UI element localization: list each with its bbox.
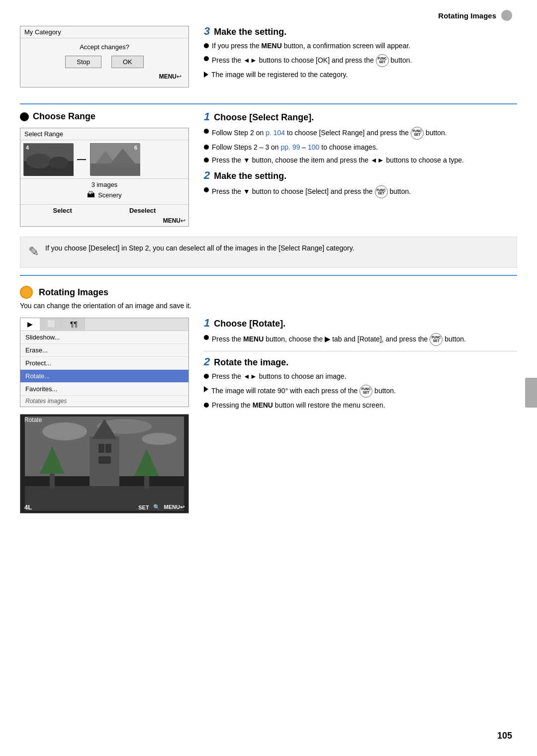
cr-step1-b3-text: Press the ▼ button, choose the item and …	[212, 156, 464, 166]
rot-step-divider	[204, 351, 517, 351]
sr-count: 3 images	[22, 181, 186, 188]
sr-image-right: 6	[90, 143, 140, 175]
step3-bullet-1: If you press the MENU button, a confirma…	[204, 41, 517, 51]
choose-range-right: 1 Choose [Select Range]. Follow Step 2 o…	[204, 111, 517, 227]
ok-button[interactable]: OK	[111, 56, 144, 68]
func-set-icon-2: FUNCSET	[411, 127, 424, 140]
sr-images-row: 4 — 6	[20, 140, 188, 178]
rotate-image-bottom-bar: 4L SET 🔍 MENU↩	[20, 504, 188, 511]
menu-item-erase[interactable]: Erase...	[20, 344, 188, 357]
menu-item-rotates-note: Rotates images	[20, 396, 188, 407]
camera-buttons-row: Stop OK	[24, 56, 184, 68]
step3-bullets: If you press the MENU button, a confirma…	[204, 41, 517, 80]
step3-bullet-3: The image will be registered to the cate…	[204, 70, 517, 80]
link-pp99[interactable]: pp. 99	[281, 143, 300, 151]
cr-step1-bullet-3: Press the ▼ button, choose the item and …	[204, 156, 517, 166]
rot-step2-heading: 2 Rotate the image.	[204, 356, 517, 368]
rotating-right: 1 Choose [Rotate]. Press the MENU button…	[204, 318, 517, 513]
rotating-content: ▶ ⬜ ¶¶ Slideshow... Erase... Protect... …	[20, 318, 517, 513]
sr-image-left: 4	[23, 143, 73, 175]
rotating-images-section: Rotating Images You can change the orien…	[20, 286, 517, 513]
rot-step2-b3-text: Pressing the MENU button will restore th…	[212, 401, 385, 411]
bullet-circle-icon	[204, 403, 209, 408]
rot-step2-number: 2	[204, 356, 210, 367]
deselect-action-btn[interactable]: Deselect	[129, 207, 156, 214]
cr-step2-bullet-1: Press the ▼ button to choose [Select] an…	[204, 185, 517, 198]
sr-thumbnail-left-svg	[24, 144, 74, 176]
rot-step1-bullet-1: Press the MENU button, choose the ▶ tab …	[204, 333, 517, 346]
svg-point-10	[42, 422, 87, 440]
menu-item-protect[interactable]: Protect...	[20, 357, 188, 370]
menu-tab-play[interactable]: ▶	[20, 318, 40, 331]
sr-thumbnail-right-svg	[90, 144, 140, 176]
svg-rect-17	[98, 456, 111, 464]
rotate-q-icon: 🔍	[153, 504, 160, 510]
header-title: Rotating Images	[438, 11, 496, 20]
step3-heading: 3 Make the setting.	[204, 26, 517, 37]
rot-step2-b1-text: Press the ◄► buttons to choose an image.	[212, 372, 347, 382]
rotating-title-row: Rotating Images	[20, 286, 517, 299]
rotate-menu-back[interactable]: MENU↩	[164, 504, 184, 510]
right-tab-indicator[interactable]	[525, 378, 537, 408]
menu-tab-print[interactable]: ⬜	[40, 318, 63, 331]
svg-point-12	[142, 433, 177, 445]
cr-step2-b1-text: Press the ▼ button to choose [Select] an…	[212, 185, 411, 198]
step3-number: 3	[204, 26, 210, 37]
sr-back-icon: ↩	[180, 217, 185, 224]
my-category-box: My Category Accept changes? Stop OK MENU…	[20, 26, 189, 87]
step3-title: Make the setting.	[214, 27, 286, 37]
func-set-icon: FUNCSET	[376, 54, 389, 67]
menu-tab-settings[interactable]: ¶¶	[63, 318, 85, 331]
svg-rect-15	[98, 444, 104, 453]
svg-point-2	[26, 154, 51, 168]
svg-rect-19	[50, 471, 55, 489]
sr-menu-label: MENU	[163, 217, 180, 224]
section-divider-2	[20, 275, 517, 276]
page-number: 105	[497, 731, 512, 741]
bullet-triangle-icon	[204, 72, 208, 78]
rotate-box-title: Rotate	[24, 417, 42, 423]
rot-step2-bullet-2: The image will rotate 90° with each pres…	[204, 385, 517, 398]
menu-item-rotate[interactable]: Rotate...	[20, 370, 188, 383]
my-category-title: My Category	[20, 26, 188, 38]
black-bullet-icon	[20, 112, 29, 121]
bullet-circle-icon	[204, 145, 209, 150]
choose-range-left: Choose Range Select Range 4 — 6	[20, 111, 189, 227]
set-control-btn[interactable]: SET	[138, 504, 149, 510]
step3-bullet-3-text: The image will be registered to the cate…	[211, 70, 348, 80]
sr-num-left: 4	[26, 145, 29, 151]
select-range-title: Select Range	[20, 128, 188, 140]
rotating-images-heading: Rotating Images	[39, 287, 108, 298]
select-action-btn[interactable]: Select	[53, 207, 72, 214]
svg-point-3	[49, 157, 69, 168]
rotating-left: ▶ ⬜ ¶¶ Slideshow... Erase... Protect... …	[20, 318, 189, 513]
menu-item-favorites[interactable]: Favorites...	[20, 383, 188, 396]
bullet-circle-icon	[204, 56, 209, 61]
link-p104[interactable]: p. 104	[266, 129, 285, 137]
note-text: If you choose [Deselect] in Step 2, you …	[45, 243, 355, 253]
cr-step1-number: 1	[204, 111, 210, 122]
rotate-image-container: Rotate	[20, 414, 189, 513]
menu-back-row: MENU↩	[24, 72, 184, 82]
bullet-circle-icon	[204, 374, 209, 379]
cr-step1-title: Choose [Select Range].	[214, 112, 314, 123]
cr-step1-b1-text: Follow Step 2 on p. 104 to choose [Selec…	[212, 127, 447, 140]
bullet-circle-icon	[204, 129, 209, 134]
stop-button[interactable]: Stop	[65, 56, 101, 68]
cr-step2-number: 2	[204, 170, 210, 181]
sr-dash: —	[75, 154, 88, 165]
menu-item-slideshow[interactable]: Slideshow...	[20, 331, 188, 344]
rotate-image-box: Rotate	[20, 414, 189, 513]
rot-step2-bullets: Press the ◄► buttons to choose an image.…	[204, 372, 517, 410]
rot-step2-b2-text: The image will rotate 90° with each pres…	[211, 385, 396, 398]
left-column-top: My Category Accept changes? Stop OK MENU…	[20, 26, 189, 93]
sr-action-row: Select Deselect	[20, 204, 188, 216]
sr-menu-back-row: MENU↩	[20, 216, 188, 226]
rot-step1-title: Choose [Rotate].	[214, 319, 285, 329]
cr-step2-title: Make the setting.	[214, 171, 286, 181]
page-header: Rotating Images	[20, 10, 517, 21]
sr-category-row: 🏔 Scenery	[22, 190, 186, 199]
link-pp100[interactable]: 100	[308, 143, 319, 151]
top-section: My Category Accept changes? Stop OK MENU…	[20, 26, 517, 93]
sr-bottom: 3 images 🏔 Scenery	[20, 178, 188, 204]
